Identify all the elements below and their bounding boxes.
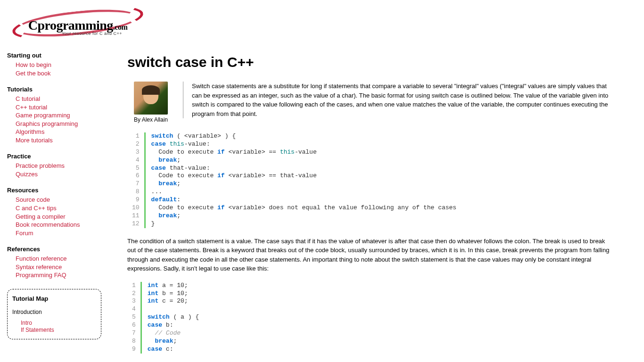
tutorial-map-section-label: Introduction [12,309,96,315]
intro-paragraph: Switch case statements are a substitute … [183,82,615,118]
nav-link[interactable]: C++ tutorial [16,104,47,111]
tutorial-map-link[interactable]: If Statements [21,327,54,333]
logo-main-text: Cprogramming [28,18,113,33]
logo-suffix: .com [113,23,127,31]
nav-link[interactable]: More tutorials [16,137,53,144]
nav-link[interactable]: Forum [16,230,33,237]
nav-link[interactable]: C and C++ tips [16,205,57,212]
nav-heading: Practice [7,153,116,160]
nav-heading: References [7,246,116,253]
nav-link[interactable]: Quizzes [16,171,38,178]
article-main: switch case in C++ By Alex Allain Switch… [116,42,634,362]
page-title: switch case in C++ [127,54,615,70]
nav-link[interactable]: How to begin [16,61,51,68]
tutorial-map-title: Tutorial Map [12,295,96,302]
nav-heading: Starting out [7,52,116,59]
nav-link[interactable]: Graphics programming [16,120,78,127]
nav-link[interactable]: Get the book [16,70,50,77]
nav-link[interactable]: Book recommendations [16,221,80,228]
nav-link[interactable]: Algorithms [16,128,44,135]
tutorial-map-link[interactable]: Intro [21,320,32,326]
nav-link[interactable]: C tutorial [16,95,40,102]
code-block-1: 123456789101112 switch ( <variable> ) { … [132,132,615,228]
nav-link[interactable]: Programming FAQ [16,272,66,279]
author-box: By Alex Allain [127,82,174,123]
nav-link[interactable]: Practice problems [16,162,65,169]
paragraph-2: The condition of a switch statement is a… [127,237,615,273]
author-photo [134,82,168,115]
nav-heading: Tutorials [7,86,116,93]
tutorial-map-box: Tutorial Map Introduction IntroIf Statem… [7,289,101,339]
sidebar-nav: Starting outHow to beginGet the bookTuto… [7,42,116,362]
code-content-2: int a = 10; int b = 10; int c = 20; swit… [140,282,199,354]
nav-link[interactable]: Getting a compiler [16,213,66,220]
author-name: By Alex Allain [127,116,174,123]
code-content-1: switch ( <variable> ) { case this-value:… [144,132,457,228]
nav-link[interactable]: Syntax reference [16,263,62,271]
site-logo[interactable]: Cprogramming.com Your resource for C and… [0,0,644,42]
nav-heading: Resources [7,187,116,194]
nav-link[interactable]: Source code [16,196,50,203]
nav-link[interactable]: Game programming [16,112,70,119]
nav-link[interactable]: Function reference [16,255,66,262]
code-block-2: 123456789 int a = 10; int b = 10; int c … [132,282,615,354]
